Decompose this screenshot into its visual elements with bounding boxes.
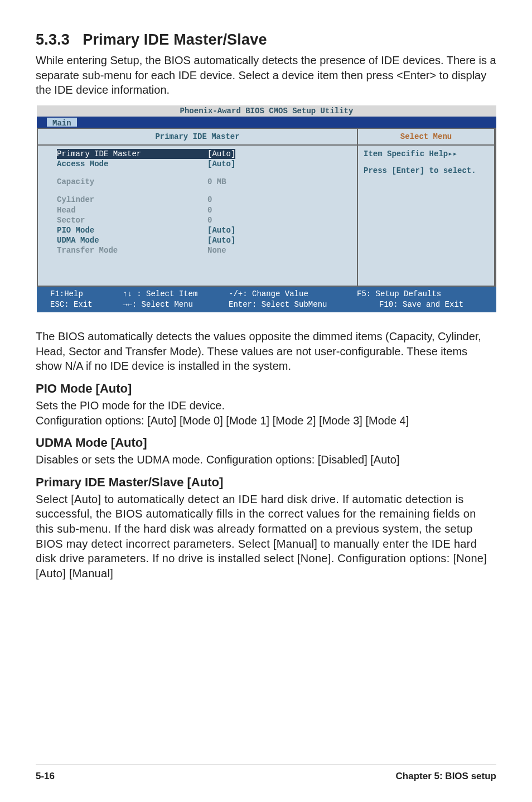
bios-help-line1: Item Specific Help▸▸ bbox=[364, 149, 489, 158]
bios-row-value: [Auto] bbox=[207, 235, 235, 245]
bios-key-f1: F1:Help bbox=[50, 289, 123, 299]
section-number: 5.3.3 bbox=[36, 31, 70, 48]
bios-help-panel: Select Menu Item Specific Help▸▸ Press [… bbox=[357, 128, 495, 287]
bios-help-line2: Press [Enter] to select. bbox=[364, 166, 489, 175]
bios-key-leftright: →←: Select Menu bbox=[123, 299, 229, 310]
bios-row[interactable]: Access Mode[Auto] bbox=[57, 159, 357, 169]
bios-screenshot: Phoenix-Award BIOS CMOS Setup Utility Ma… bbox=[37, 105, 496, 312]
bios-row-value: [Auto] bbox=[207, 225, 235, 235]
bios-row-value: 0 bbox=[207, 215, 212, 225]
bios-row-label: Capacity bbox=[57, 177, 207, 187]
bios-row-value: [Auto] bbox=[207, 149, 235, 159]
page-footer: 5-16 Chapter 5: BIOS setup bbox=[36, 765, 496, 782]
primary-ide-heading: Primary IDE Master/Slave [Auto] bbox=[36, 475, 496, 490]
bios-title-bar: Phoenix-Award BIOS CMOS Setup Utility bbox=[37, 105, 496, 117]
pio-line1: Sets the PIO mode for the IDE device. bbox=[36, 398, 496, 413]
primary-ide-body: Select [Auto] to automatically detect an… bbox=[36, 492, 496, 581]
bios-key-esc: ESC: Exit bbox=[50, 299, 123, 310]
bios-tab-bar: Main bbox=[37, 117, 496, 128]
bios-row-label: Head bbox=[57, 205, 207, 215]
bios-row-label: Sector bbox=[57, 215, 207, 225]
bios-row[interactable]: UDMA Mode[Auto] bbox=[57, 235, 357, 245]
bios-row-label: PIO Mode bbox=[57, 225, 207, 235]
bios-row-label: UDMA Mode bbox=[57, 235, 207, 245]
bios-key-plusminus: -/+: Change Value bbox=[229, 289, 357, 299]
bios-row-value: 0 bbox=[207, 195, 212, 205]
pio-heading: PIO Mode [Auto] bbox=[36, 381, 496, 396]
bios-key-f5: F5: Setup Defaults bbox=[357, 289, 489, 299]
bios-row[interactable]: Sector0 bbox=[57, 215, 357, 225]
bios-row-label: Access Mode bbox=[57, 159, 207, 169]
bios-row-label: Cylinder bbox=[57, 195, 207, 205]
bios-row[interactable]: Capacity0 MB bbox=[57, 177, 357, 187]
bios-row-label: Primary IDE Master bbox=[57, 149, 207, 159]
bios-row-value: [Auto] bbox=[207, 159, 235, 169]
bios-key-updown: ↑↓ : Select Item bbox=[123, 289, 229, 299]
bios-row[interactable]: Cylinder0 bbox=[57, 195, 357, 205]
bios-row[interactable]: Transfer ModeNone bbox=[57, 245, 357, 255]
bios-footer: F1:Help ↑↓ : Select Item -/+: Change Val… bbox=[37, 287, 496, 312]
bios-tab-main[interactable]: Main bbox=[47, 118, 77, 127]
bios-row-label: Transfer Mode bbox=[57, 245, 207, 255]
bios-row-value: None bbox=[207, 245, 226, 255]
bios-right-header: Select Menu bbox=[358, 132, 494, 146]
bios-left-header: Primary IDE Master bbox=[38, 132, 357, 146]
intro-paragraph: While entering Setup, the BIOS automatic… bbox=[36, 53, 496, 98]
paragraph-explanation: The BIOS automatically detects the value… bbox=[36, 329, 496, 374]
section-heading: 5.3.3 Primary IDE Master/Slave bbox=[36, 31, 496, 49]
bios-row-value: 0 bbox=[207, 205, 212, 215]
chapter-label: Chapter 5: BIOS setup bbox=[396, 771, 496, 782]
bios-row-value: 0 MB bbox=[207, 177, 226, 187]
bios-left-panel: Primary IDE Master Primary IDE Master[Au… bbox=[38, 128, 357, 287]
page-number: 5-16 bbox=[36, 771, 55, 782]
pio-line2: Configuration options: [Auto] [Mode 0] [… bbox=[36, 413, 496, 428]
udma-line1: Disables or sets the UDMA mode. Configur… bbox=[36, 452, 496, 467]
bios-key-f10: F10: Save and Exit bbox=[357, 299, 489, 310]
section-title-text: Primary IDE Master/Slave bbox=[83, 31, 267, 48]
bios-row[interactable]: PIO Mode[Auto] bbox=[57, 225, 357, 235]
udma-heading: UDMA Mode [Auto] bbox=[36, 436, 496, 450]
bios-key-enter: Enter: Select SubMenu bbox=[229, 299, 357, 310]
bios-row[interactable]: Primary IDE Master[Auto] bbox=[57, 149, 357, 159]
bios-row[interactable]: Head0 bbox=[57, 205, 357, 215]
